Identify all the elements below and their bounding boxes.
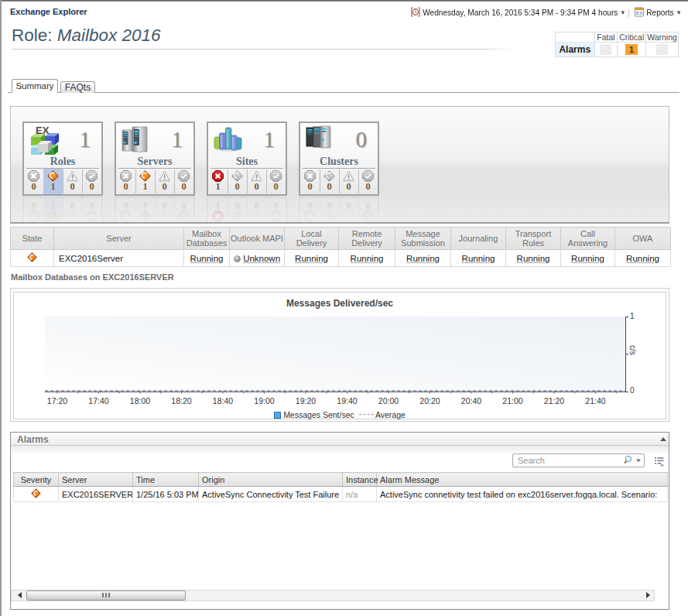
svg-text:EX: EX [36, 125, 50, 136]
